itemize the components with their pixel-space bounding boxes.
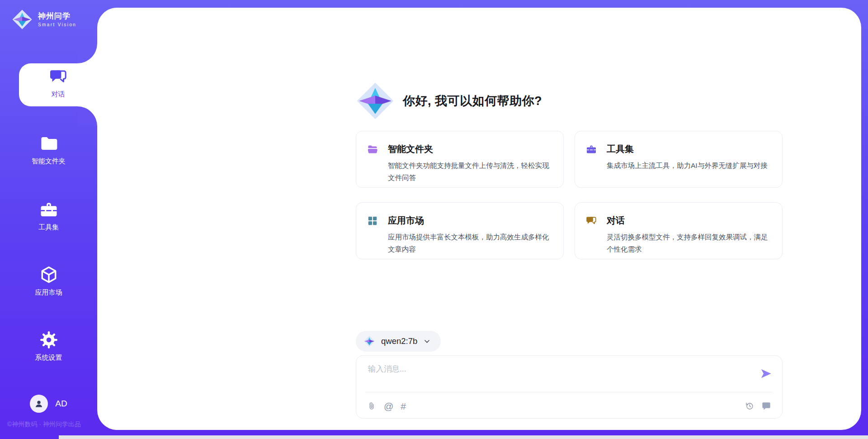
greeting-logo-icon [356, 81, 395, 120]
attach-file-button[interactable] [367, 401, 377, 411]
card-description: 智能文件夹功能支持批量文件上传与清洗，轻松实现文件问答 [388, 159, 552, 184]
card-description: 灵活切换多模型文件，支持多样回复效果调试，满足个性化需求 [607, 231, 770, 255]
composer-tools-left: @ # [367, 401, 406, 411]
card-smart-folder[interactable]: 智能文件夹 智能文件夹功能支持批量文件上传与清洗，轻松实现文件问答 [356, 131, 564, 188]
card-app-market[interactable]: 应用市场 应用市场提供丰富长文本模板，助力高效生成多样化文章内容 [356, 202, 564, 259]
user-profile[interactable]: AD [0, 395, 97, 413]
history-button[interactable] [745, 401, 754, 410]
model-logo-icon [363, 335, 375, 347]
chat-icon [586, 215, 597, 226]
brand: 神州问学 Smart Vision [12, 9, 76, 30]
sidebar-footer: ©神州数码 · 神州问学出品 [7, 420, 81, 429]
card-header: 对话 [586, 215, 769, 227]
cube-icon [39, 265, 58, 284]
message-composer: @ # [356, 355, 783, 419]
sidebar-item-label: 对话 [52, 90, 65, 99]
horizontal-scrollbar[interactable] [59, 435, 868, 439]
folder-icon [39, 134, 58, 153]
chat-bubble-icon [761, 401, 771, 411]
toolbox-icon [586, 144, 597, 155]
sidebar-item-label: 智能文件夹 [32, 157, 66, 166]
paperclip-icon [367, 401, 377, 411]
main-panel: 你好, 我可以如何帮助你? 智能文件夹 智能文件夹功能支持批量文件上传与清洗，轻… [97, 8, 861, 430]
sidebar-item-chat[interactable]: 对话 [19, 68, 97, 99]
chevron-down-icon [423, 338, 431, 345]
chat-icon [49, 68, 67, 86]
model-selector-value: qwen2:7b [381, 336, 417, 346]
gear-icon [39, 330, 58, 349]
grid-icon [367, 215, 378, 226]
toolbox-icon [39, 200, 58, 219]
hash-icon: # [401, 401, 406, 411]
brand-name: 神州问学 [38, 12, 76, 21]
card-description: 集成市场上主流工具，助力AI与外界无缝扩展与对接 [607, 159, 770, 172]
sidebar-item-label: 系统设置 [35, 353, 62, 362]
composer-tools-right [745, 401, 771, 411]
at-icon: @ [384, 401, 393, 411]
brand-logo-icon [12, 9, 33, 30]
person-icon [33, 398, 44, 409]
card-description: 应用市场提供丰富长文本模板，助力高效生成多样化文章内容 [388, 231, 552, 255]
card-title: 应用市场 [388, 215, 424, 227]
card-header: 智能文件夹 [367, 143, 551, 155]
sidebar-item-toolset[interactable]: 工具集 [0, 200, 97, 232]
app-screen: 神州问学 Smart Vision 对话 智能文件夹 工具集 应用市场 系统设置… [0, 0, 868, 439]
greeting-text: 你好, 我可以如何帮助你? [403, 93, 542, 109]
sidebar-item-smart-folder[interactable]: 智能文件夹 [0, 134, 97, 166]
feature-cards: 智能文件夹 智能文件夹功能支持批量文件上传与清洗，轻松实现文件问答 工具集 集成… [356, 131, 785, 259]
mention-button[interactable]: @ [384, 401, 393, 411]
sidebar-item-label: 应用市场 [35, 288, 62, 297]
avatar [30, 395, 48, 413]
greeting: 你好, 我可以如何帮助你? [356, 81, 542, 121]
model-selector[interactable]: qwen2:7b [356, 331, 441, 352]
send-icon [760, 367, 772, 380]
card-title: 对话 [607, 215, 625, 227]
message-input[interactable] [367, 363, 753, 391]
folder-open-icon [367, 144, 378, 155]
active-tab-fillet-bottom [77, 106, 97, 126]
active-tab-fillet-top [77, 43, 97, 63]
history-icon [745, 401, 754, 410]
card-chat[interactable]: 对话 灵活切换多模型文件，支持多样回复效果调试，满足个性化需求 [575, 202, 783, 259]
card-title: 智能文件夹 [388, 143, 433, 155]
sidebar-item-app-market[interactable]: 应用市场 [0, 265, 97, 297]
sidebar-item-label: 工具集 [38, 223, 59, 232]
card-header: 应用市场 [367, 215, 551, 227]
topic-button[interactable]: # [401, 401, 406, 411]
user-initials: AD [55, 399, 67, 409]
conversation-button[interactable] [761, 401, 771, 411]
sidebar-item-system-settings[interactable]: 系统设置 [0, 330, 97, 362]
send-button[interactable] [759, 366, 773, 381]
card-toolset[interactable]: 工具集 集成市场上主流工具，助力AI与外界无缝扩展与对接 [575, 131, 783, 188]
card-header: 工具集 [586, 143, 769, 155]
card-title: 工具集 [607, 143, 634, 155]
composer-divider [365, 392, 773, 392]
brand-subtitle: Smart Vision [38, 22, 76, 27]
composer-toolbar: @ # [367, 398, 771, 414]
